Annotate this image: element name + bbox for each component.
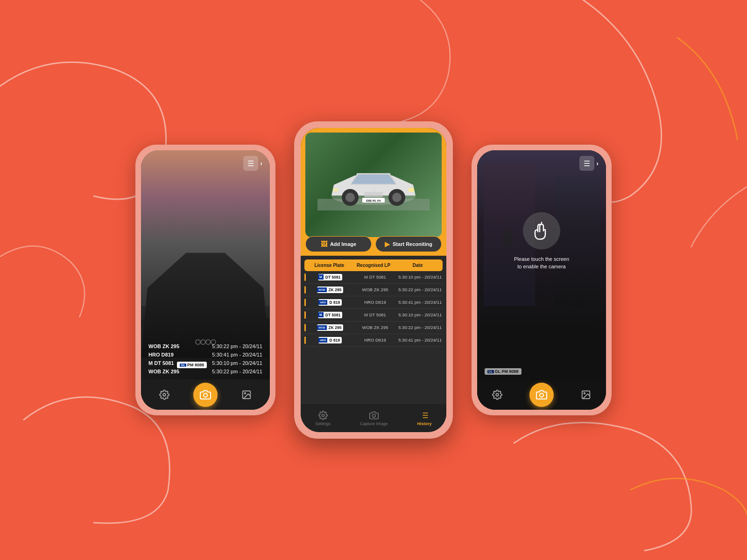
start-icon: ▶ bbox=[385, 240, 390, 248]
nav-capture[interactable]: Capture Image bbox=[360, 411, 388, 426]
cell-plate: M DT 5081 bbox=[308, 274, 352, 280]
cell-recognised: M DT 5081 bbox=[352, 312, 397, 317]
cell-date: 5:30:22 pm - 20/24/11 bbox=[398, 325, 443, 330]
list-item: WOB ZK 295 5:30:22 pm - 20/24/11 bbox=[148, 369, 262, 374]
right-gallery-nav-icon[interactable] bbox=[578, 386, 594, 403]
svg-point-17 bbox=[372, 414, 375, 417]
right-camera-nav-button[interactable] bbox=[529, 383, 554, 407]
plate-badge: M DT 5081 bbox=[318, 274, 342, 280]
left-history-list: WOB ZK 295 5:30:22 pm - 20/24/11 HRO D81… bbox=[148, 343, 262, 377]
menu-icon[interactable]: ☰ bbox=[243, 156, 258, 171]
plate-badge: HRO D 819 bbox=[318, 299, 342, 306]
table-row: M DT 5081 M DT 5081 5:30:10 pm - 20/24/1… bbox=[304, 309, 443, 322]
phone-right: Please touch the screen to enable the ca… bbox=[472, 145, 612, 415]
plate-badge: M DT 5081 bbox=[318, 312, 342, 318]
center-top-section: EBE-RL 5A 🖼 Add Image ▶ Start Reconiting bbox=[301, 128, 446, 256]
settings-nav-icon[interactable] bbox=[156, 386, 173, 403]
row-stripe bbox=[304, 324, 306, 331]
plate-badge: WOB ZK 295 bbox=[317, 287, 344, 293]
cell-plate: HRO D 819 bbox=[308, 337, 352, 343]
left-top-icon-area: ☰ › bbox=[243, 156, 262, 171]
svg-point-1 bbox=[204, 393, 207, 397]
list-item: M DT 5081 5:30:10 pm - 20/24/11 bbox=[148, 360, 262, 366]
phone-left-inner: GL PM 8088 ☰ › WOB ZK 295 5:30:22 pm - 2… bbox=[141, 150, 270, 410]
phone-right-inner: Please touch the screen to enable the ca… bbox=[477, 150, 606, 410]
table-row: HRO D 819 HRO D819 5:30:41 pm - 20/24/11 bbox=[304, 296, 443, 309]
right-license-plate: GL GL PM 8088 bbox=[485, 368, 521, 375]
cell-date: 5:30:10 pm - 20/24/11 bbox=[398, 312, 443, 317]
gallery-nav-icon[interactable] bbox=[238, 386, 255, 403]
settings-label: Settings bbox=[315, 421, 331, 426]
car-illustration: EBE-RL 5A bbox=[317, 159, 430, 210]
touch-prompt-overlay: Please touch the screen to enable the ca… bbox=[514, 212, 569, 270]
table-row: HRO D 819 HRO D819 5:30:41 pm - 20/24/11 bbox=[304, 334, 443, 347]
car-image-area: EBE-RL 5A bbox=[305, 133, 442, 237]
table-row: M DT 5081 M DT 5081 5:30:10 pm - 20/24/1… bbox=[304, 271, 443, 284]
list-item: HRO D819 5:30:41 pm - 20/24/11 bbox=[148, 352, 262, 357]
svg-rect-10 bbox=[409, 188, 414, 192]
right-camera-background: Please touch the screen to enable the ca… bbox=[477, 150, 606, 410]
cell-recognised: M DT 5081 bbox=[352, 274, 397, 280]
svg-point-3 bbox=[244, 392, 246, 394]
right-menu-icon[interactable]: ☰ bbox=[579, 156, 594, 171]
svg-point-7 bbox=[345, 193, 355, 202]
cell-recognised: WOB ZK 295 bbox=[352, 287, 397, 292]
table-body: M DT 5081 M DT 5081 5:30:10 pm - 20/24/1… bbox=[304, 271, 443, 347]
svg-point-25 bbox=[540, 393, 543, 397]
chevron-right-icon: › bbox=[260, 160, 262, 167]
cell-plate: M DT 5081 bbox=[308, 312, 352, 318]
cell-recognised: WOB ZK 295 bbox=[352, 325, 397, 330]
left-bottom-nav bbox=[141, 379, 270, 410]
touch-hand-icon bbox=[531, 220, 552, 241]
cell-plate: WOB ZK 295 bbox=[308, 287, 352, 293]
row-stripe bbox=[304, 336, 306, 344]
plate-badge: HRO D 819 bbox=[318, 337, 342, 343]
col-header-date: Date bbox=[395, 263, 440, 268]
phone-center: EBE-RL 5A 🖼 Add Image ▶ Start Reconiting bbox=[294, 121, 453, 439]
svg-point-9 bbox=[392, 193, 402, 202]
add-image-icon: 🖼 bbox=[321, 240, 327, 248]
start-reconiting-button[interactable]: ▶ Start Reconiting bbox=[375, 236, 442, 252]
capture-label: Capture Image bbox=[360, 421, 388, 426]
nav-history[interactable]: History bbox=[417, 411, 432, 426]
history-label: History bbox=[417, 421, 432, 426]
cell-recognised: HRO D819 bbox=[352, 337, 397, 343]
svg-rect-12 bbox=[364, 192, 383, 197]
center-bottom-nav: Settings Capture Image History bbox=[301, 404, 446, 432]
action-buttons-area: 🖼 Add Image ▶ Start Reconiting bbox=[305, 236, 442, 252]
cell-recognised: HRO D819 bbox=[352, 300, 397, 305]
table-row: WOB ZK 295 WOB ZK 295 5:30:22 pm - 20/24… bbox=[304, 284, 443, 296]
add-image-button[interactable]: 🖼 Add Image bbox=[305, 236, 372, 252]
touch-prompt-text: Please touch the screen to enable the ca… bbox=[514, 255, 569, 270]
table-row: WOB ZK 295 WOB ZK 295 5:30:22 pm - 20/24… bbox=[304, 322, 443, 334]
cell-date: 5:30:41 pm - 20/24/11 bbox=[398, 337, 443, 343]
center-table-content: License Plate Recognised LP Date M DT 50… bbox=[301, 256, 446, 404]
cell-plate: WOB ZK 295 bbox=[308, 324, 352, 331]
touch-circle bbox=[523, 212, 560, 249]
svg-point-16 bbox=[322, 414, 324, 416]
table-header: License Plate Recognised LP Date bbox=[304, 259, 443, 271]
cell-date: 5:30:22 pm - 20/24/11 bbox=[398, 287, 443, 292]
plate-badge: WOB ZK 295 bbox=[317, 324, 344, 331]
col-header-license: License Plate bbox=[307, 263, 352, 268]
cell-plate: HRO D 819 bbox=[308, 299, 352, 306]
camera-nav-button[interactable] bbox=[193, 383, 218, 407]
cell-date: 5:30:41 pm - 20/24/11 bbox=[398, 300, 443, 305]
right-bottom-nav bbox=[477, 379, 606, 410]
nav-settings[interactable]: Settings bbox=[315, 411, 331, 426]
list-item: WOB ZK 295 5:30:22 pm - 20/24/11 bbox=[148, 343, 262, 349]
row-stripe bbox=[304, 311, 306, 319]
right-settings-nav-icon[interactable] bbox=[489, 386, 506, 403]
row-stripe bbox=[304, 299, 306, 306]
svg-point-27 bbox=[584, 392, 585, 394]
svg-rect-11 bbox=[333, 188, 338, 192]
phone-left: GL PM 8088 ☰ › WOB ZK 295 5:30:22 pm - 2… bbox=[135, 145, 275, 415]
col-header-recognised: Recognised LP bbox=[352, 263, 396, 268]
svg-point-13 bbox=[372, 188, 375, 192]
person-silhouette bbox=[503, 228, 512, 247]
right-top-icon-area: ☰ › bbox=[579, 156, 599, 171]
row-stripe bbox=[304, 273, 306, 281]
svg-text:EBE-RL 5A: EBE-RL 5A bbox=[366, 199, 381, 202]
right-chevron-icon: › bbox=[596, 160, 599, 167]
phones-container: GL PM 8088 ☰ › WOB ZK 295 5:30:22 pm - 2… bbox=[135, 121, 612, 439]
